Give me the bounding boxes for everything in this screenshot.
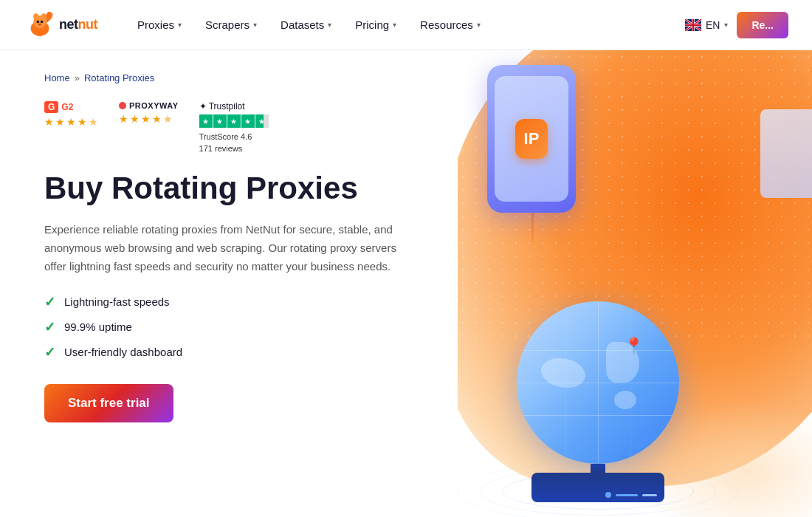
main-content: Home » Rotating Proxies G G2 ★ ★ ★ ★ ★ [0, 50, 812, 517]
tp-star-2: ★ [213, 114, 227, 128]
base-line-2 [642, 494, 657, 496]
svg-point-4 [37, 20, 40, 23]
trustpilot-stars: ★ ★ ★ ★ ★ [199, 114, 269, 128]
base-line-1 [616, 494, 638, 496]
language-label: EN [706, 19, 720, 31]
tp-star-3: ★ [227, 114, 241, 128]
tp-star-4: ★ [241, 114, 255, 128]
star-1: ★ [119, 113, 128, 125]
star-3: ★ [66, 116, 76, 128]
phone-screen: IP [495, 76, 568, 202]
hero-description: Experience reliable rotating proxies fro… [44, 221, 399, 275]
nav-proxies[interactable]: Proxies ▾ [127, 13, 192, 37]
svg-point-6 [38, 23, 41, 25]
breadcrumb: Home » Rotating Proxies [44, 72, 428, 83]
svg-point-5 [41, 20, 44, 23]
nav-proxies-label: Proxies [137, 18, 174, 31]
logo-text: netnut [59, 17, 97, 32]
chevron-down-icon: ▾ [393, 21, 396, 29]
proxyway-stars: ★ ★ ★ ★ ★ [119, 113, 179, 125]
svg-point-2 [33, 13, 38, 20]
g2-rating: G G2 ★ ★ ★ ★ ★ [44, 101, 98, 128]
star-4: ★ [152, 113, 162, 125]
trustpilot-label: ✦ Trustpilot [199, 101, 245, 112]
trustpilot-score: TrustScore 4.6 [199, 132, 269, 141]
chevron-down-icon: ▾ [477, 21, 481, 29]
nav-scrapers[interactable]: Scrapers ▾ [195, 13, 267, 37]
star-5: ★ [89, 116, 98, 128]
globe-base [531, 473, 664, 502]
star-1: ★ [44, 116, 54, 128]
globe-with-rings: 📍 [517, 301, 679, 502]
feature-3: ✓ User-friendly dashboard [44, 344, 428, 360]
register-button[interactable]: Re... [737, 12, 788, 38]
nav-pricing[interactable]: Pricing ▾ [345, 13, 407, 37]
feature-text-2: 99.9% uptime [64, 321, 132, 333]
continent-3 [614, 391, 636, 409]
star-5: ★ [163, 113, 173, 125]
breadcrumb-home[interactable]: Home [44, 72, 70, 83]
globe-sphere: 📍 [517, 301, 679, 464]
features-list: ✓ Lightning-fast speeds ✓ 99.9% uptime ✓… [44, 294, 428, 360]
logo[interactable]: netnut [24, 9, 97, 41]
continent-1 [541, 358, 585, 388]
nav-right: EN ▾ Re... [685, 12, 788, 38]
phone-body: IP [487, 65, 576, 213]
tp-star-1: ★ [199, 114, 213, 128]
location-pin: 📍 [624, 337, 644, 356]
language-selector[interactable]: EN ▾ [685, 19, 728, 31]
g2-logo-badge: G [44, 101, 58, 113]
ip-badge: IP [515, 119, 548, 159]
proxyway-rating: PROXYWAY ★ ★ ★ ★ ★ [119, 101, 179, 125]
breadcrumb-current: Rotating Proxies [84, 72, 154, 83]
chevron-down-icon: ▾ [328, 21, 331, 29]
g2-label: G2 [61, 102, 73, 112]
star-4: ★ [78, 116, 87, 128]
left-content: Home » Rotating Proxies G G2 ★ ★ ★ ★ ★ [0, 50, 458, 517]
nav-resources-label: Resources [420, 18, 473, 31]
globe-line [598, 301, 599, 464]
globe-illustration: 📍 [517, 301, 679, 502]
globe-base-detail [605, 492, 657, 498]
navbar: netnut Proxies ▾ Scrapers ▾ Datasets ▾ P… [0, 0, 812, 50]
nav-links: Proxies ▾ Scrapers ▾ Datasets ▾ Pricing … [127, 13, 685, 37]
check-icon: ✓ [44, 319, 55, 335]
feature-text-1: Lightning-fast speeds [64, 295, 170, 308]
phone-illustration: IP [487, 65, 576, 213]
nav-scrapers-label: Scrapers [205, 18, 250, 31]
nav-datasets[interactable]: Datasets ▾ [270, 13, 342, 37]
svg-point-3 [41, 13, 47, 20]
feature-2: ✓ 99.9% uptime [44, 319, 428, 335]
nav-resources[interactable]: Resources ▾ [410, 13, 491, 37]
nav-datasets-label: Datasets [281, 18, 324, 31]
chevron-down-icon: ▾ [178, 21, 182, 29]
proxyway-dot [119, 102, 126, 109]
check-icon: ✓ [44, 344, 55, 360]
main-heading: Buy Rotating Proxies [44, 171, 428, 206]
base-indicator [605, 492, 611, 498]
breadcrumb-separator: » [75, 72, 80, 83]
right-illustration: IP [458, 50, 812, 517]
tp-star-5: ★ [255, 114, 269, 128]
check-icon: ✓ [44, 294, 55, 310]
trustpilot-reviews: 171 reviews [199, 144, 269, 153]
g2-stars: ★ ★ ★ ★ ★ [44, 116, 98, 128]
star-2: ★ [55, 116, 65, 128]
star-2: ★ [130, 113, 140, 125]
feature-1: ✓ Lightning-fast speeds [44, 294, 428, 310]
cta-button[interactable]: Start free trial [44, 384, 173, 422]
star-3: ★ [141, 113, 151, 125]
chevron-down-icon: ▾ [253, 21, 257, 29]
proxyway-label: PROXYWAY [129, 101, 179, 110]
globe-stand [591, 464, 605, 473]
feature-text-3: User-friendly dashboard [64, 346, 182, 358]
lang-chevron-icon: ▾ [724, 21, 728, 29]
ratings-row: G G2 ★ ★ ★ ★ ★ PROXYWAY ★ [44, 101, 428, 153]
trustpilot-rating: ✦ Trustpilot ★ ★ ★ ★ ★ TrustScore 4.6 17… [199, 101, 269, 153]
laptop-illustration [760, 109, 812, 198]
nav-pricing-label: Pricing [355, 18, 389, 31]
